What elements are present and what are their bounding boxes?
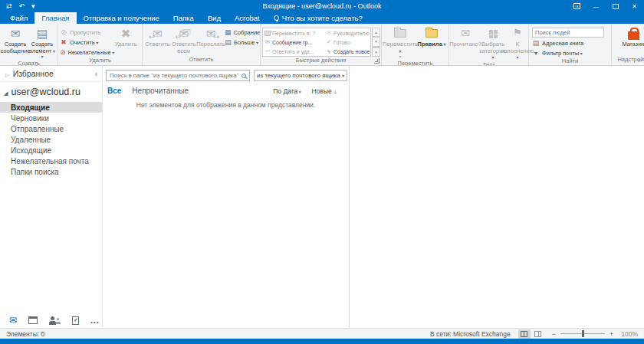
rules-button[interactable]: Правила [417,25,446,48]
address-book-button[interactable]: Адресная книга [532,38,604,48]
ribbon-group-create: Создать сообщение Создать элемент Создат… [0,24,58,65]
quick-step-move-to[interactable]: Переместить в: ? [263,28,324,38]
normal-view-button[interactable] [518,329,531,339]
lightning-icon [326,49,332,54]
new-item-button[interactable]: Создать элемент [29,25,55,60]
undo-icon[interactable] [19,2,25,10]
search-scope-dropdown[interactable]: из текущего почтового ящика [254,70,347,81]
people-nav-icon[interactable] [49,316,61,325]
mail-nav-icon[interactable] [9,315,17,326]
filter-unread-tab[interactable]: Непрочитанные [132,87,189,95]
follow-up-button[interactable]: К исполнению [506,25,529,61]
sort-by-date-button[interactable]: По Дата [273,87,301,95]
search-input[interactable] [110,72,239,79]
quick-step-label: Руководителю [334,31,370,36]
customize-qat-icon[interactable] [31,2,35,10]
scroll-down-button[interactable] [372,37,380,46]
read-unread-button[interactable]: Прочитано? [451,25,480,48]
forward-label: Переслать [196,41,225,48]
forward-button[interactable]: Переслать [197,25,225,48]
filter-all-tab[interactable]: Все [107,87,121,95]
ribbon-display-options-icon [573,3,580,9]
close-button[interactable] [625,0,644,12]
folder-inbox[interactable]: Входящие [0,102,102,113]
tab-view[interactable]: Вид [201,12,228,24]
store-button[interactable]: Магазин [618,25,644,48]
reply-button[interactable]: Ответить [144,25,171,48]
zoom-out-button[interactable] [552,330,556,338]
cleanup-button[interactable]: Очистить [60,38,112,47]
search-people-input[interactable] [532,28,604,38]
more-respond-icon [225,38,232,46]
send-receive-icon[interactable] [6,2,12,10]
ribbon: Создать сообщение Создать элемент Создат… [0,24,644,66]
folder-drafts[interactable]: Черновики [0,113,102,123]
gallery-more-button[interactable] [372,47,380,57]
quick-step-team-email[interactable]: Сообщение гр... [263,38,324,47]
delete-button[interactable]: Удалить [112,25,140,48]
more-nav-icon[interactable] [90,313,99,327]
folder-search-folders[interactable]: Папки поиска [0,166,102,177]
tab-folder[interactable]: Папка [166,12,201,24]
account-header[interactable]: user@wcloud.ru [0,82,102,102]
tab-home[interactable]: Главная [34,12,76,24]
zoom-level[interactable]: 100% [621,330,638,338]
folder-sent[interactable]: Отправленные [0,123,102,134]
scroll-up-button[interactable] [372,28,380,37]
window-controls [567,0,644,12]
tasks-nav-icon[interactable] [72,316,79,325]
quick-step-label: Сообщение гр... [272,40,312,45]
quick-steps-dialog-launcher-icon[interactable] [374,58,380,64]
zoom-slider-thumb[interactable] [582,330,584,337]
new-email-button[interactable]: Создать сообщение [2,25,29,54]
more-respond-button[interactable]: Больше [225,38,258,47]
calendar-nav-icon[interactable] [28,316,38,324]
junk-button[interactable]: Нежелательные [60,48,112,57]
filter-icon [532,51,540,56]
ribbon-group-respond: Ответить Ответить всем Переслать Собрани… [143,24,261,65]
minimize-button[interactable] [586,0,606,12]
tell-me-box[interactable]: Что вы хотите сделать? [267,12,370,24]
folder-junk[interactable]: Нежелательная почта [0,156,102,166]
folder-deleted[interactable]: Удаленные [0,134,102,145]
search-icon[interactable] [242,74,246,78]
reading-view-button[interactable] [532,329,544,339]
account-expand-icon[interactable] [4,87,8,97]
search-box[interactable] [106,70,250,81]
filter-email-button[interactable]: Фильтр почты [532,48,604,57]
minimize-folder-pane-icon[interactable] [95,69,97,78]
group-label-respond: Ответить [143,56,260,65]
zoom-slider[interactable] [560,333,605,334]
ignore-icon [60,28,67,36]
ribbon-tab-row: Файл Главная Отправка и получение Папка … [0,12,644,24]
quick-step-done[interactable]: Готово [324,38,370,47]
collapse-ribbon-icon[interactable] [637,57,641,64]
quick-step-label: Создать новое [334,49,370,54]
zoom-in-button[interactable] [610,330,613,338]
ignore-button[interactable]: Пропустить [60,28,112,37]
tab-send-receive[interactable]: Отправка и получение [77,12,166,24]
favorites-header[interactable]: Избранное [0,66,102,82]
connection-status: В сети: Microsoft Exchange [430,330,511,338]
cleanup-icon [60,38,67,46]
sort-newest-button[interactable]: Новые [312,87,337,95]
group-label-quick-steps: Быстрые действия [261,57,381,65]
folder-outbox[interactable]: Исходящие [0,145,102,156]
quick-steps-gallery: Переместить в: ? Руководителю Сообщение … [262,28,371,57]
quick-step-reply-delete[interactable]: Ответить и уда... [263,47,324,56]
tab-acrobat[interactable]: Acrobat [228,12,267,24]
reply-icon [153,27,163,40]
quick-step-create-new[interactable]: Создать новое [324,47,370,56]
empty-list-message: Нет элементов для отображения в данном п… [103,95,349,109]
ribbon-display-options-button[interactable] [567,0,586,12]
meeting-button[interactable]: Собрание [225,28,258,37]
delete-label: Удалить [115,41,137,48]
move-button[interactable]: Переместить [383,25,417,60]
forward-icon [206,27,216,40]
tab-file[interactable]: Файл [3,12,34,24]
flag-icon [513,26,522,41]
maximize-button[interactable] [606,0,625,12]
quick-step-to-manager[interactable]: Руководителю [324,28,370,38]
favorites-expand-icon[interactable] [5,69,9,78]
reply-all-button[interactable]: Ответить всем [171,25,198,54]
